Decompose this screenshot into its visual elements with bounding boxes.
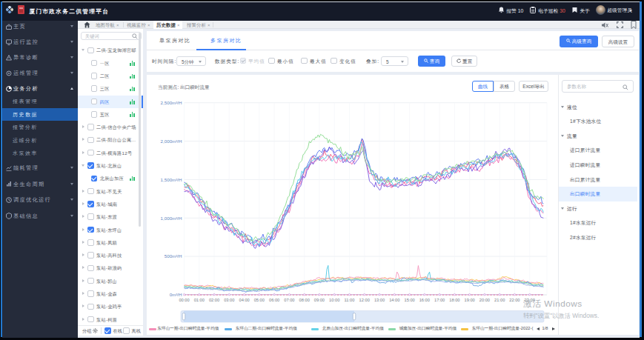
svg-text:03:00: 03:00 [224, 297, 234, 301]
svg-text:12:00: 12:00 [359, 297, 370, 301]
svg-text:1,500m³/H: 1,500m³/H [161, 176, 182, 181]
svg-text:16:00: 16:00 [419, 297, 430, 301]
svg-text:2,000m³/H: 2,000m³/H [161, 138, 182, 143]
svg-text:00:00: 00:00 [179, 297, 189, 301]
svg-text:20:00: 20:00 [479, 297, 490, 301]
svg-text:11:00: 11:00 [345, 297, 355, 301]
svg-text:2,500m³/H: 2,500m³/H [161, 99, 182, 104]
svg-text:1,000m³/H: 1,000m³/H [161, 215, 182, 220]
svg-text:0m³/H: 0m³/H [170, 292, 182, 297]
svg-text:14:00: 14:00 [389, 297, 399, 301]
svg-text:13:00: 13:00 [374, 297, 385, 301]
svg-text:18:00: 18:00 [449, 297, 459, 301]
svg-text:21:00: 21:00 [494, 297, 505, 301]
svg-text:01:00: 01:00 [194, 297, 205, 301]
svg-text:17:00: 17:00 [434, 297, 445, 301]
svg-text:500m³/H: 500m³/H [165, 253, 182, 259]
svg-text:08:00: 08:00 [299, 297, 310, 301]
svg-text:07:00: 07:00 [284, 297, 294, 301]
svg-text:02:00: 02:00 [209, 297, 219, 301]
svg-text:22:00: 22:00 [509, 297, 519, 301]
svg-text:04:00: 04:00 [239, 297, 249, 301]
svg-text:06:00: 06:00 [269, 297, 279, 301]
svg-text:09:00: 09:00 [314, 297, 325, 301]
svg-text:05:00: 05:00 [254, 297, 265, 301]
svg-text:19:00: 19:00 [464, 297, 474, 301]
svg-text:10:00: 10:00 [329, 297, 339, 301]
svg-text:15:00: 15:00 [404, 297, 414, 301]
